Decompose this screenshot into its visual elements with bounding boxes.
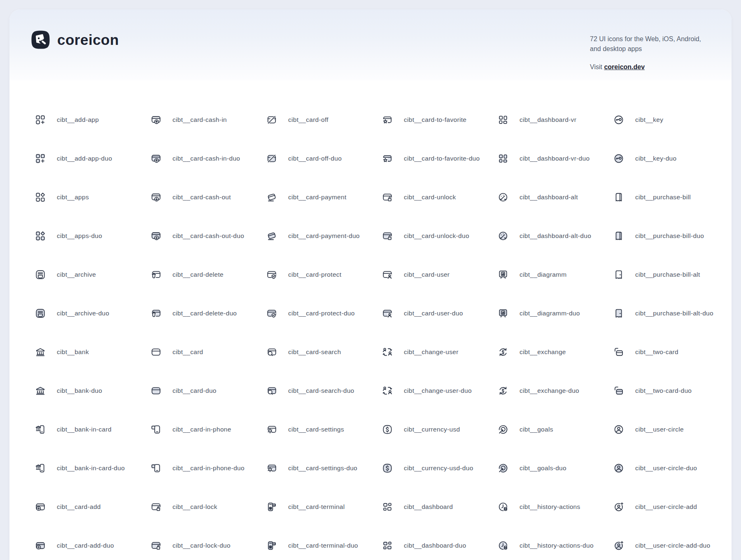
icon-cell-cibt__card-search-duo[interactable]: cibt__card-search-duo [266,371,382,410]
icon-cell-cibt__purchase-bill-alt[interactable]: cibt__purchase-bill-alt [613,255,729,294]
icon-cell-cibt__exchange-duo[interactable]: cibt__exchange-duo [498,371,613,410]
card-add-icon [35,540,46,551]
icon-cell-cibt__diagramm[interactable]: cibt__diagramm [498,255,613,294]
icon-cell-cibt__card-in-phone[interactable]: cibt__card-in-phone [151,410,266,449]
card-unlock-icon [382,192,393,203]
icon-cell-cibt__dashboard-vr[interactable]: cibt__dashboard-vr [498,100,613,139]
icon-cell-cibt__card-settings-duo[interactable]: cibt__card-settings-duo [266,449,382,488]
icon-label: cibt__card-delete [172,271,224,278]
icon-cell-cibt__archive-duo[interactable]: cibt__archive-duo [35,294,151,333]
icon-cell-cibt__card-protect-duo[interactable]: cibt__card-protect-duo [266,294,382,333]
icon-cell-cibt__card-payment-duo[interactable]: cibt__card-payment-duo [266,217,382,255]
icon-cell-cibt__user-circle-add[interactable]: cibt__user-circle-add [613,488,729,526]
icon-cell-cibt__add-app[interactable]: cibt__add-app [35,100,151,139]
icon-label: cibt__card-add-duo [57,542,114,549]
icon-cell-cibt__exchange[interactable]: cibt__exchange [498,333,613,371]
icon-cell-cibt__card-duo[interactable]: cibt__card-duo [151,371,266,410]
icon-cell-cibt__dashboard-vr-duo[interactable]: cibt__dashboard-vr-duo [498,139,613,178]
icon-label: cibt__diagramm-duo [520,310,580,317]
icon-label: cibt__card-off [288,116,329,124]
icon-cell-cibt__card-cash-in[interactable]: cibt__card-cash-in [151,100,266,139]
icon-cell-cibt__user-circle-add-duo[interactable]: cibt__user-circle-add-duo [613,526,729,560]
icon-cell-cibt__card-lock[interactable]: cibt__card-lock [151,488,266,526]
icon-label: cibt__key [635,116,663,124]
icon-cell-cibt__card-user-duo[interactable]: cibt__card-user-duo [382,294,498,333]
icon-cell-cibt__user-circle[interactable]: cibt__user-circle [613,410,729,449]
icon-cell-cibt__card-add[interactable]: cibt__card-add [35,488,151,526]
card-user-icon [382,308,393,319]
icon-cell-cibt__card-to-favorite[interactable]: cibt__card-to-favorite [382,100,498,139]
user-circle-add-icon [613,540,624,551]
icon-cell-cibt__card-off-duo[interactable]: cibt__card-off-duo [266,139,382,178]
icon-label: cibt__card-cash-in-duo [172,155,240,162]
icon-cell-cibt__card-cash-in-duo[interactable]: cibt__card-cash-in-duo [151,139,266,178]
icon-cell-cibt__history-actions[interactable]: cibt__history-actions [498,488,613,526]
icon-cell-cibt__diagramm-duo[interactable]: cibt__diagramm-duo [498,294,613,333]
icon-cell-cibt__bank[interactable]: cibt__bank [35,333,151,371]
icon-cell-cibt__dashboard-alt-duo[interactable]: cibt__dashboard-alt-duo [498,217,613,255]
icon-cell-cibt__card-to-favorite-duo[interactable]: cibt__card-to-favorite-duo [382,139,498,178]
icon-cell-cibt__card-settings[interactable]: cibt__card-settings [266,410,382,449]
icon-label: cibt__user-circle-duo [635,464,697,472]
icon-label: cibt__goals [520,426,553,433]
icon-cell-cibt__card-delete[interactable]: cibt__card-delete [151,255,266,294]
card-cash-in-icon [151,153,161,164]
icon-label: cibt__card-to-favorite [404,116,466,124]
icon-cell-cibt__apps[interactable]: cibt__apps [35,178,151,217]
icon-cell-cibt__key[interactable]: cibt__key [613,100,729,139]
icon-cell-cibt__card-terminal[interactable]: cibt__card-terminal [266,488,382,526]
icon-label: cibt__add-app-duo [57,155,112,162]
icon-label: cibt__user-circle [635,426,684,433]
icon-cell-cibt__card-payment[interactable]: cibt__card-payment [266,178,382,217]
brand-logo-link[interactable]: coreicon [31,30,119,49]
icon-cell-cibt__bank-duo[interactable]: cibt__bank-duo [35,371,151,410]
icon-cell-cibt__purchase-bill-alt-duo[interactable]: cibt__purchase-bill-alt-duo [613,294,729,333]
card-delete-icon [151,308,161,319]
icon-cell-cibt__add-app-duo[interactable]: cibt__add-app-duo [35,139,151,178]
icon-label: cibt__bank-duo [57,387,102,394]
icon-cell-cibt__user-circle-duo[interactable]: cibt__user-circle-duo [613,449,729,488]
icon-cell-cibt__card[interactable]: cibt__card [151,333,266,371]
icon-cell-cibt__two-card-duo[interactable]: cibt__two-card-duo [613,371,729,410]
icon-cell-cibt__card-off[interactable]: cibt__card-off [266,100,382,139]
icon-cell-cibt__apps-duo[interactable]: cibt__apps-duo [35,217,151,255]
icon-cell-cibt__purchase-bill[interactable]: cibt__purchase-bill [613,178,729,217]
icon-cell-cibt__history-actions-duo[interactable]: cibt__history-actions-duo [498,526,613,560]
icon-grid: cibt__add-app cibt__add-app-duo cibt__ap… [9,100,732,560]
icon-cell-cibt__card-lock-duo[interactable]: cibt__card-lock-duo [151,526,266,560]
icon-cell-cibt__dashboard[interactable]: cibt__dashboard [382,488,498,526]
icon-cell-cibt__bank-in-card[interactable]: cibt__bank-in-card [35,410,151,449]
icon-cell-cibt__card-unlock[interactable]: cibt__card-unlock [382,178,498,217]
icon-cell-cibt__change-user[interactable]: cibt__change-user [382,333,498,371]
icon-cell-cibt__two-card[interactable]: cibt__two-card [613,333,729,371]
icon-cell-cibt__card-cash-out[interactable]: cibt__card-cash-out [151,178,266,217]
icon-cell-cibt__card-user[interactable]: cibt__card-user [382,255,498,294]
coreicon-dev-link[interactable]: coreicon.dev [604,63,645,70]
icon-cell-cibt__bank-in-card-duo[interactable]: cibt__bank-in-card-duo [35,449,151,488]
icon-cell-cibt__card-in-phone-duo[interactable]: cibt__card-in-phone-duo [151,449,266,488]
icon-cell-cibt__dashboard-duo[interactable]: cibt__dashboard-duo [382,526,498,560]
icon-cell-cibt__card-add-duo[interactable]: cibt__card-add-duo [35,526,151,560]
icon-cell-cibt__card-delete-duo[interactable]: cibt__card-delete-duo [151,294,266,333]
icon-cell-cibt__card-unlock-duo[interactable]: cibt__card-unlock-duo [382,217,498,255]
icon-cell-cibt__card-terminal-duo[interactable]: cibt__card-terminal-duo [266,526,382,560]
card-search-icon [266,385,277,396]
icon-label: cibt__card-off-duo [288,155,342,162]
bank-icon [35,347,46,357]
icon-cell-cibt__card-protect[interactable]: cibt__card-protect [266,255,382,294]
icon-cell-cibt__currency-usd[interactable]: cibt__currency-usd [382,410,498,449]
icon-cell-cibt__currency-usd-duo[interactable]: cibt__currency-usd-duo [382,449,498,488]
icon-cell-cibt__key-duo[interactable]: cibt__key-duo [613,139,729,178]
icon-cell-cibt__card-cash-out-duo[interactable]: cibt__card-cash-out-duo [151,217,266,255]
icon-cell-cibt__goals[interactable]: cibt__goals [498,410,613,449]
icon-cell-cibt__goals-duo[interactable]: cibt__goals-duo [498,449,613,488]
icon-cell-cibt__change-user-duo[interactable]: cibt__change-user-duo [382,371,498,410]
visit-prefix: Visit [590,63,604,70]
icon-label: cibt__bank [57,348,89,356]
tagline: 72 UI icons for the Web, iOS, Android, a… [590,34,706,54]
card-payment-icon [266,231,277,241]
icon-cell-cibt__dashboard-alt[interactable]: cibt__dashboard-alt [498,178,613,217]
icon-cell-cibt__purchase-bill-duo[interactable]: cibt__purchase-bill-duo [613,217,729,255]
icon-cell-cibt__archive[interactable]: cibt__archive [35,255,151,294]
icon-cell-cibt__card-search[interactable]: cibt__card-search [266,333,382,371]
